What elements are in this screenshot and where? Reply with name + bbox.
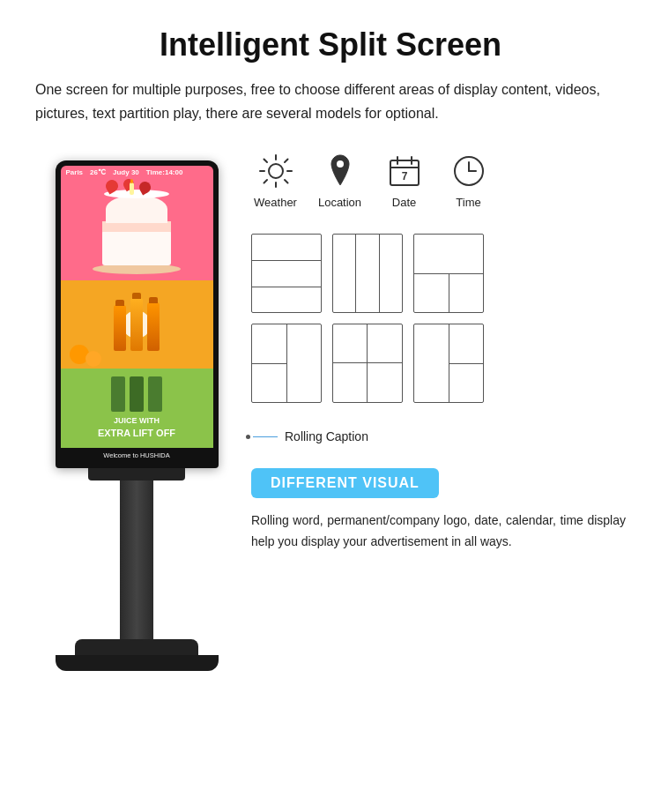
cell xyxy=(356,235,379,312)
cell xyxy=(333,324,368,363)
cell-col xyxy=(449,324,484,402)
cell xyxy=(333,363,368,402)
cell xyxy=(252,324,286,364)
kiosk-panel-text: JUICE WITH EXTRA LIFT OFF xyxy=(61,369,213,448)
cell xyxy=(380,235,402,312)
svg-line-8 xyxy=(264,180,267,183)
cell-row xyxy=(414,274,483,313)
annotation-dash xyxy=(246,435,278,439)
svg-text:7: 7 xyxy=(401,170,407,183)
different-visual-badge: DIFFERENT VISUAL xyxy=(251,468,439,498)
date-label: Date xyxy=(392,196,416,209)
layout-2l1r xyxy=(251,324,322,403)
icon-item-location: Location xyxy=(316,152,364,209)
icon-item-time: Time xyxy=(444,152,493,209)
icon-item-date: 7 Date xyxy=(380,152,428,209)
page-title: Intelligent Split Screen xyxy=(35,26,626,63)
cell xyxy=(252,364,286,403)
layout-2x2 xyxy=(332,324,403,403)
kiosk-date: Judy 30 xyxy=(113,168,139,176)
cell xyxy=(449,324,484,364)
kiosk-topbar: Paris 26℃ Judy 30 Time:14:00 xyxy=(61,166,213,179)
caption-annotation-row: Rolling Caption xyxy=(246,429,626,443)
visual-description: Rolling word, permanent/company logo, da… xyxy=(251,510,626,553)
kiosk-city: Paris xyxy=(66,168,84,176)
layout-1t2b xyxy=(413,234,484,313)
kiosk-base-bottom xyxy=(56,655,219,671)
kiosk-pole xyxy=(120,480,153,639)
kiosk-stand-top xyxy=(88,468,185,480)
svg-point-0 xyxy=(269,164,283,178)
layout-1l2rs xyxy=(413,324,484,403)
time-label: Time xyxy=(456,196,480,209)
cell xyxy=(449,274,484,313)
kiosk-panel-cake xyxy=(61,179,213,280)
layout-grids xyxy=(251,234,626,403)
kiosk-screen: Paris 26℃ Judy 30 Time:14:00 xyxy=(56,160,219,468)
kiosk-time: Time:14:00 xyxy=(146,168,183,176)
cell xyxy=(252,235,321,261)
weather-icon xyxy=(256,152,295,190)
layout-v3 xyxy=(332,234,403,313)
kiosk-base-top xyxy=(75,639,198,655)
date-icon: 7 xyxy=(385,152,424,190)
svg-line-7 xyxy=(285,160,288,163)
cell xyxy=(414,274,449,313)
cell xyxy=(252,287,321,313)
layout-h3 xyxy=(251,234,322,313)
svg-line-6 xyxy=(285,180,288,183)
right-panel: Weather Location xyxy=(242,152,626,671)
cell xyxy=(368,363,402,402)
icon-item-weather: Weather xyxy=(251,152,300,209)
location-label: Location xyxy=(318,196,361,209)
kiosk-device: Paris 26℃ Judy 30 Time:14:00 xyxy=(35,152,242,671)
cell xyxy=(414,324,449,402)
caption-annotation-text: Rolling Caption xyxy=(285,429,368,443)
juice-text-line1: JUICE WITH EXTRA LIFT OFF xyxy=(98,415,175,440)
cell xyxy=(368,324,402,363)
kiosk-panel-juice: ▶ xyxy=(61,280,213,369)
location-icon xyxy=(321,152,360,190)
cell xyxy=(333,235,356,312)
page-subtitle: One screen for multiple purposes, free t… xyxy=(35,78,626,125)
cell xyxy=(449,364,484,403)
kiosk-caption: Welcome to HUSHIDA xyxy=(61,448,213,463)
kiosk-temp: 26℃ xyxy=(90,168,106,176)
svg-line-5 xyxy=(264,160,267,163)
cell-col xyxy=(252,324,287,402)
cell xyxy=(252,261,321,287)
svg-point-9 xyxy=(337,160,344,168)
icons-row: Weather Location xyxy=(251,152,626,209)
time-icon xyxy=(449,152,488,190)
cell xyxy=(414,235,483,274)
weather-label: Weather xyxy=(254,196,297,209)
cell xyxy=(287,324,322,402)
